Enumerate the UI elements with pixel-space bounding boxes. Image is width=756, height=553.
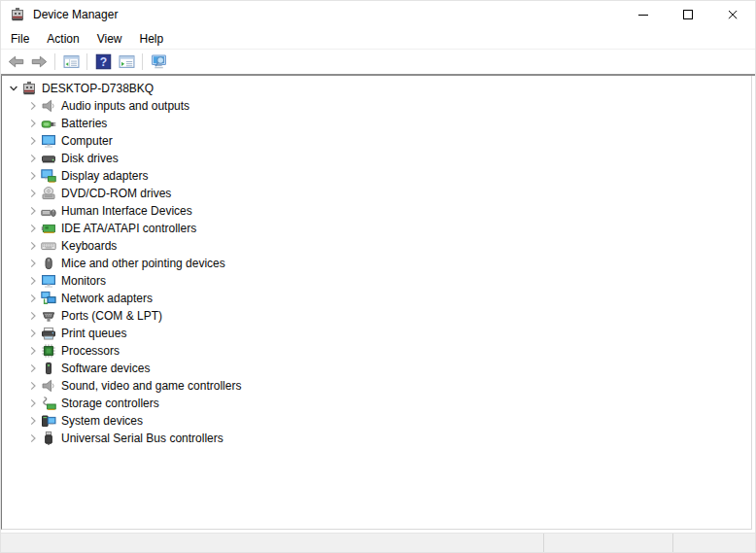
back-icon: [8, 53, 24, 70]
toolbar-separator: [86, 53, 87, 70]
computer-monitor-icon: [41, 133, 56, 149]
device-tree-panel: DESKTOP-D738BKQ Audio inputs and outputs…: [1, 76, 752, 530]
status-bar: [1, 533, 755, 553]
properties-button[interactable]: [115, 52, 138, 73]
chevron-right-icon[interactable]: [26, 237, 40, 255]
menu-view[interactable]: View: [89, 30, 130, 48]
tree-item-software-devices[interactable]: Software devices: [2, 360, 751, 377]
chevron-right-icon[interactable]: [26, 167, 40, 185]
chevron-right-icon[interactable]: [26, 342, 40, 360]
device-manager-icon: [21, 81, 37, 96]
chevron-down-icon[interactable]: [7, 80, 20, 97]
chevron-right-icon[interactable]: [26, 97, 40, 115]
tree-item-ports-com-lpt[interactable]: Ports (COM & LPT): [2, 307, 751, 325]
network-adapter-icon: [41, 291, 56, 306]
show-console-tree-icon: [63, 53, 80, 70]
chevron-right-icon[interactable]: [26, 220, 40, 237]
tree-item-label: Computer: [61, 134, 113, 148]
toolbar-separator: [54, 53, 55, 70]
chevron-right-icon[interactable]: [26, 395, 40, 412]
show-console-tree-button[interactable]: [59, 52, 83, 73]
menu-file[interactable]: File: [3, 30, 37, 48]
tree-item-dvd-cdrom-drives[interactable]: DVD/CD-ROM drives: [2, 185, 751, 202]
mouse-icon: [41, 256, 56, 271]
scan-hardware-changes-button[interactable]: [147, 52, 170, 73]
tree-root-computer[interactable]: DESKTOP-D738BKQ: [2, 80, 751, 97]
chevron-right-icon[interactable]: [26, 360, 40, 377]
tree-item-label: DVD/CD-ROM drives: [61, 187, 171, 200]
tree-item-sound-video-game-controllers[interactable]: Sound, video and game controllers: [2, 377, 751, 395]
tree-item-label: Print queues: [61, 327, 126, 340]
tree-item-label: Mice and other pointing devices: [61, 257, 225, 270]
chevron-right-icon[interactable]: [26, 272, 40, 290]
chevron-right-icon[interactable]: [26, 307, 40, 325]
hid-icon: [41, 203, 56, 219]
tree-item-display-adapters[interactable]: Display adapters: [2, 167, 751, 185]
tree-item-usb-controllers[interactable]: Universal Serial Bus controllers: [2, 430, 751, 447]
chevron-right-icon[interactable]: [26, 377, 40, 395]
display-adapter-icon: [41, 168, 56, 184]
tree-item-label: IDE ATA/ATAPI controllers: [61, 222, 196, 235]
window-controls: [621, 1, 755, 28]
minimize-icon: [636, 7, 651, 22]
software-device-icon: [41, 361, 56, 376]
chevron-right-icon[interactable]: [26, 115, 40, 132]
chevron-right-icon[interactable]: [26, 325, 40, 342]
help-icon: [95, 53, 112, 70]
chevron-right-icon[interactable]: [26, 132, 40, 150]
tree-item-monitors[interactable]: Monitors: [2, 272, 751, 290]
close-icon: [725, 7, 740, 22]
ata-controller-icon: [41, 221, 56, 236]
tree-item-human-interface-devices[interactable]: Human Interface Devices: [2, 202, 751, 220]
status-segment: [543, 534, 672, 553]
tree-item-mice-pointing-devices[interactable]: Mice and other pointing devices: [2, 255, 751, 272]
tree-item-audio-inputs-outputs[interactable]: Audio inputs and outputs: [2, 97, 751, 115]
chevron-right-icon[interactable]: [26, 255, 40, 272]
forward-button[interactable]: [27, 52, 51, 73]
tree-item-processors[interactable]: Processors: [2, 342, 751, 360]
minimize-button[interactable]: [621, 1, 666, 28]
tree-item-batteries[interactable]: Batteries: [2, 115, 751, 132]
system-device-icon: [41, 413, 56, 429]
monitor-icon: [41, 273, 56, 289]
tree-item-label: Software devices: [61, 362, 150, 375]
device-manager-icon: [10, 7, 25, 22]
tree-item-label: Batteries: [61, 117, 107, 130]
tree-item-print-queues[interactable]: Print queues: [2, 325, 751, 342]
menu-action[interactable]: Action: [39, 30, 86, 48]
tree-item-label: Human Interface Devices: [61, 204, 192, 218]
help-button[interactable]: [91, 52, 115, 73]
tree-item-network-adapters[interactable]: Network adapters: [2, 290, 751, 307]
tree-item-keyboards[interactable]: Keyboards: [2, 237, 751, 255]
close-button[interactable]: [710, 1, 755, 28]
chevron-right-icon[interactable]: [26, 430, 40, 447]
menu-help[interactable]: Help: [132, 30, 172, 48]
tree-item-disk-drives[interactable]: Disk drives: [2, 150, 751, 167]
tree-root-label: DESKTOP-D738BKQ: [42, 82, 154, 95]
tree-item-label: Display adapters: [61, 169, 148, 183]
scan-hardware-changes-icon: [151, 53, 167, 70]
window-title: Device Manager: [33, 8, 621, 21]
tree-item-system-devices[interactable]: System devices: [2, 412, 751, 430]
maximize-button[interactable]: [666, 1, 710, 28]
tree-item-label: Storage controllers: [61, 397, 159, 410]
tree-item-computer[interactable]: Computer: [2, 132, 751, 150]
tree-item-label: Universal Serial Bus controllers: [61, 432, 223, 445]
printer-icon: [41, 326, 56, 341]
cd-drive-icon: [41, 186, 56, 201]
chevron-right-icon[interactable]: [26, 202, 40, 220]
back-button[interactable]: [4, 52, 27, 73]
chevron-right-icon[interactable]: [26, 150, 40, 167]
status-segment: [1, 534, 543, 553]
tree-item-label: System devices: [61, 414, 143, 428]
processor-icon: [41, 343, 56, 359]
chevron-right-icon[interactable]: [26, 290, 40, 307]
chevron-right-icon[interactable]: [26, 185, 40, 202]
tree-item-storage-controllers[interactable]: Storage controllers: [2, 395, 751, 412]
menu-bar: File Action View Help: [1, 28, 755, 50]
chevron-right-icon[interactable]: [26, 412, 40, 430]
storage-controller-icon: [41, 396, 56, 411]
device-manager-window: Device Manager File Action View Help DES…: [0, 0, 756, 553]
toolbar-separator: [142, 53, 143, 70]
tree-item-ide-ata-atapi-controllers[interactable]: IDE ATA/ATAPI controllers: [2, 220, 751, 237]
